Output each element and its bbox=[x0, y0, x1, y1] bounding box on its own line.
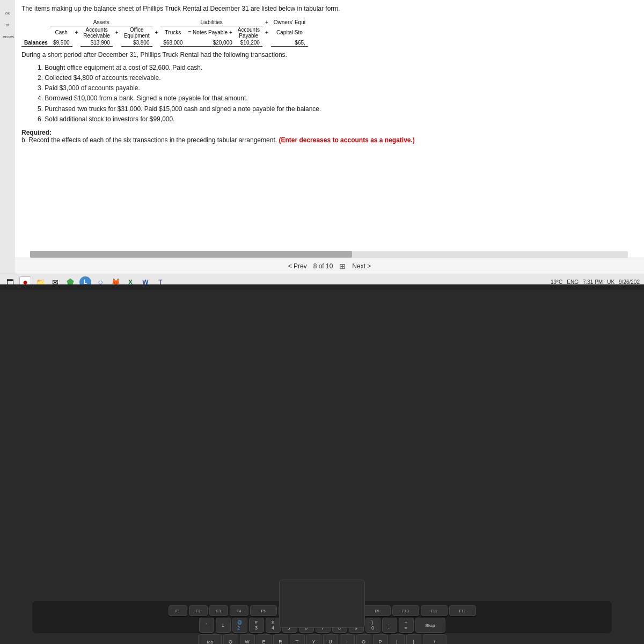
key-o[interactable]: O bbox=[356, 634, 371, 644]
col-oe-header: OfficeEquipment bbox=[121, 26, 152, 39]
laptop-body: F1 F2 F3 F4 F5 F6 F7 → F9 F10 F11 F12 ` … bbox=[0, 290, 644, 644]
key-i[interactable]: I bbox=[340, 634, 355, 644]
laptop-screen: ok nt ences The items making up the bala… bbox=[0, 0, 644, 290]
prev-button[interactable]: < Prev bbox=[288, 262, 307, 270]
key-tilde[interactable]: ` bbox=[199, 618, 214, 633]
key-f9[interactable]: F9 bbox=[364, 605, 391, 616]
transactions-list: 1. Bought office equipment at a cost of … bbox=[38, 63, 638, 125]
key-backslash[interactable]: \ bbox=[423, 634, 447, 644]
key-0[interactable]: )0 bbox=[365, 618, 380, 633]
sidebar: ok nt ences bbox=[0, 0, 15, 290]
key-f1[interactable]: F1 bbox=[169, 605, 187, 616]
key-f2[interactable]: F2 bbox=[189, 605, 208, 616]
transaction-5: 5. Purchased two trucks for $31,000. Pai… bbox=[38, 104, 638, 114]
balance-sheet-table: Assets Liabilities + Owners' Equi Cash +… bbox=[21, 19, 308, 47]
key-equals[interactable]: += bbox=[399, 618, 414, 633]
transaction-1: 1. Bought office equipment at a cost of … bbox=[38, 63, 638, 73]
col-ap-header: AccountsPayable bbox=[235, 26, 262, 39]
during-paragraph: During a short period after December 31,… bbox=[21, 51, 638, 58]
col-plus1: + bbox=[72, 26, 81, 39]
key-q[interactable]: Q bbox=[223, 634, 238, 644]
plus-header: + bbox=[262, 19, 271, 26]
required-b-text: b. Record the effects of each of the six… bbox=[21, 136, 638, 144]
required-section: Required: b. Record the effects of each … bbox=[21, 129, 638, 144]
horizontal-scrollbar[interactable] bbox=[30, 251, 628, 258]
transaction-2: 2. Collected $4,800 of accounts receivab… bbox=[38, 73, 638, 83]
cash-value: $9,500 bbox=[50, 39, 72, 47]
trucks-value: $68,000 bbox=[160, 39, 185, 47]
liabilities-header: Liabilities bbox=[160, 19, 262, 26]
key-f11[interactable]: F11 bbox=[421, 605, 448, 616]
key-e[interactable]: E bbox=[257, 634, 272, 644]
key-minus[interactable]: _- bbox=[382, 618, 397, 633]
assets-header: Assets bbox=[50, 19, 152, 26]
navigation-bar: < Prev 8 of 10 ⊞ Next > bbox=[15, 258, 644, 274]
col-ar-header: AccountsReceivable bbox=[80, 26, 112, 39]
key-3[interactable]: #3 bbox=[249, 618, 264, 633]
col-plus5: + bbox=[262, 26, 271, 39]
col-plus3: + bbox=[152, 26, 161, 39]
key-r[interactable]: R bbox=[273, 634, 288, 644]
key-u[interactable]: U bbox=[323, 634, 338, 644]
intro-paragraph: The items making up the balance sheet of… bbox=[21, 4, 638, 13]
key-y[interactable]: Y bbox=[306, 634, 321, 644]
touchpad[interactable] bbox=[279, 580, 365, 628]
key-tab[interactable]: Tab bbox=[198, 634, 222, 644]
main-content: The items making up the balance sheet of… bbox=[15, 0, 644, 290]
decrease-note: (Enter decreases to accounts as a negati… bbox=[279, 136, 414, 144]
col-np-header: = Notes Payable + bbox=[186, 26, 235, 39]
key-f4[interactable]: F4 bbox=[230, 605, 248, 616]
equals-header bbox=[152, 19, 161, 26]
key-4[interactable]: $4 bbox=[266, 618, 281, 633]
cs-value: $65, bbox=[271, 39, 308, 47]
page-info: 8 of 10 bbox=[313, 262, 333, 270]
owners-equity-header: Owners' Equi bbox=[271, 19, 308, 26]
sidebar-item-ences[interactable]: ences bbox=[3, 34, 12, 42]
oe-value: $3,800 bbox=[121, 39, 152, 47]
col-cs-header: Capital Sto bbox=[271, 26, 308, 39]
key-lbracket[interactable]: [ bbox=[390, 634, 405, 644]
col-plus2: + bbox=[113, 26, 121, 39]
key-f3[interactable]: F3 bbox=[209, 605, 228, 616]
key-t[interactable]: T bbox=[290, 634, 305, 644]
key-f12[interactable]: F12 bbox=[449, 605, 476, 616]
key-1[interactable]: 1 bbox=[216, 618, 231, 633]
key-backspace[interactable]: Bksp bbox=[415, 618, 445, 633]
ap-value: $10,200 bbox=[235, 39, 262, 47]
key-rbracket[interactable]: ] bbox=[406, 634, 421, 644]
scrollbar-thumb[interactable] bbox=[30, 251, 352, 258]
ar-value: $13,900 bbox=[80, 39, 112, 47]
key-f10[interactable]: F10 bbox=[392, 605, 419, 616]
transaction-4: 4. Borrowed $10,000 from a bank. Signed … bbox=[38, 93, 638, 104]
grid-icon[interactable]: ⊞ bbox=[339, 262, 346, 270]
required-b-main: b. Record the effects of each of the six… bbox=[21, 136, 277, 144]
key-2[interactable]: @2 bbox=[232, 618, 247, 633]
key-f5[interactable]: F5 bbox=[250, 605, 277, 616]
balance-sheet-table-wrapper: Assets Liabilities + Owners' Equi Cash +… bbox=[21, 19, 638, 47]
sidebar-item-book[interactable]: ok bbox=[3, 11, 12, 18]
qwerty-row: Tab Q W E R T Y U I O P [ ] \ bbox=[36, 634, 608, 644]
np-value: $20,000 bbox=[186, 39, 235, 47]
required-label: Required: bbox=[21, 129, 52, 136]
balances-label: Balances bbox=[21, 39, 50, 47]
key-w[interactable]: W bbox=[240, 634, 255, 644]
key-p[interactable]: P bbox=[373, 634, 388, 644]
transaction-6: 6. Sold additional stock to investors fo… bbox=[38, 114, 638, 125]
next-button[interactable]: Next > bbox=[352, 262, 371, 270]
col-cash-header: Cash bbox=[50, 26, 72, 39]
sidebar-item-ent[interactable]: nt bbox=[3, 23, 12, 30]
col-trucks-header: Trucks bbox=[160, 26, 185, 39]
transaction-3: 3. Paid $3,000 of accounts payable. bbox=[38, 83, 638, 93]
